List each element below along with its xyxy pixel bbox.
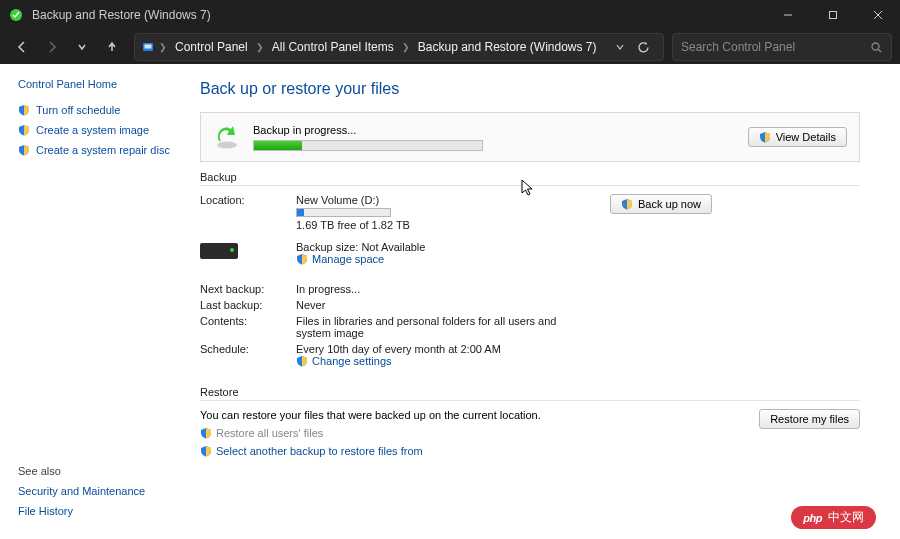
restore-my-files-button[interactable]: Restore my files <box>759 409 860 429</box>
select-another-backup-link[interactable]: Select another backup to restore files f… <box>200 445 739 457</box>
close-button[interactable] <box>855 0 900 30</box>
chevron-right-icon: ❯ <box>159 42 167 52</box>
restore-description: You can restore your files that were bac… <box>200 409 739 421</box>
recent-locations-button[interactable] <box>68 33 96 61</box>
task-create-repair-disc[interactable]: Create a system repair disc <box>18 144 180 156</box>
task-create-system-image[interactable]: Create a system image <box>18 124 180 136</box>
shield-icon <box>18 144 30 156</box>
shield-icon <box>759 131 771 143</box>
disk-drive-icon <box>200 243 238 259</box>
task-turn-off-schedule[interactable]: Turn off schedule <box>18 104 180 116</box>
chevron-right-icon: ❯ <box>256 42 264 52</box>
page-title: Back up or restore your files <box>200 80 860 98</box>
search-input[interactable]: Search Control Panel <box>672 33 892 61</box>
chevron-down-icon[interactable] <box>615 42 625 52</box>
backup-progress-bar <box>253 140 483 151</box>
schedule-key: Schedule: <box>200 343 290 355</box>
titlebar: Backup and Restore (Windows 7) <box>0 0 900 30</box>
breadcrumb[interactable]: All Control Panel Items <box>268 38 398 56</box>
watermark-text: 中文网 <box>828 509 864 526</box>
svg-point-9 <box>217 142 237 149</box>
shield-icon <box>18 124 30 136</box>
button-label: View Details <box>776 131 836 143</box>
svg-point-7 <box>872 43 879 50</box>
search-icon <box>870 41 883 54</box>
backup-progress-icon <box>213 123 241 151</box>
shield-icon <box>296 253 308 265</box>
button-label: Restore my files <box>770 413 849 425</box>
backup-progress-panel: Backup in progress... View Details <box>200 112 860 162</box>
app-icon <box>8 7 24 23</box>
shield-icon <box>621 198 633 210</box>
watermark-logo: php <box>803 512 822 524</box>
shield-icon <box>296 355 308 367</box>
schedule-value: Every 10th day of every month at 2:00 AM <box>296 343 586 355</box>
next-backup-key: Next backup: <box>200 283 290 295</box>
maximize-button[interactable] <box>810 0 855 30</box>
location-value: New Volume (D:) <box>296 194 586 206</box>
see-also-security-maintenance[interactable]: Security and Maintenance <box>18 485 145 497</box>
control-panel-icon <box>141 40 155 54</box>
search-placeholder: Search Control Panel <box>681 40 870 54</box>
main-content: Back up or restore your files Backup in … <box>190 64 900 539</box>
control-panel-home-link[interactable]: Control Panel Home <box>18 78 180 90</box>
restore-section-header: Restore <box>200 383 860 401</box>
link-label: Manage space <box>312 253 384 265</box>
shield-icon <box>200 427 212 439</box>
up-button[interactable] <box>98 33 126 61</box>
backup-section-header: Backup <box>200 168 860 186</box>
location-key: Location: <box>200 194 290 206</box>
forward-button[interactable] <box>38 33 66 61</box>
backup-progress-label: Backup in progress... <box>253 124 736 136</box>
disk-usage-bar <box>296 208 391 217</box>
view-details-button[interactable]: View Details <box>748 127 847 147</box>
window-title: Backup and Restore (Windows 7) <box>32 8 765 22</box>
button-label: Back up now <box>638 198 701 210</box>
contents-key: Contents: <box>200 315 290 327</box>
see-also-file-history[interactable]: File History <box>18 505 145 517</box>
svg-rect-2 <box>829 12 836 19</box>
manage-space-link[interactable]: Manage space <box>296 253 384 265</box>
breadcrumb[interactable]: Backup and Restore (Windows 7) <box>414 38 601 56</box>
link-label: Restore all users' files <box>216 427 323 439</box>
back-button[interactable] <box>8 33 36 61</box>
link-label: Select another backup to restore files f… <box>216 445 423 457</box>
task-label: Create a system repair disc <box>36 144 170 156</box>
left-nav: Control Panel Home Turn off schedule Cre… <box>0 64 190 539</box>
breadcrumb[interactable]: Control Panel <box>171 38 252 56</box>
restore-all-users-link[interactable]: Restore all users' files <box>200 427 739 439</box>
free-space-text: 1.69 TB free of 1.82 TB <box>296 219 586 231</box>
chevron-right-icon: ❯ <box>402 42 410 52</box>
minimize-button[interactable] <box>765 0 810 30</box>
back-up-now-button[interactable]: Back up now <box>610 194 712 214</box>
link-label: Change settings <box>312 355 392 367</box>
last-backup-value: Never <box>296 299 586 311</box>
backup-size-text: Backup size: Not Available <box>296 241 586 253</box>
next-backup-value: In progress... <box>296 283 586 295</box>
task-label: Turn off schedule <box>36 104 120 116</box>
see-also-header: See also <box>18 465 145 477</box>
svg-rect-6 <box>145 45 152 49</box>
change-settings-link[interactable]: Change settings <box>296 355 392 367</box>
last-backup-key: Last backup: <box>200 299 290 311</box>
task-label: Create a system image <box>36 124 149 136</box>
watermark: php 中文网 <box>791 506 876 529</box>
svg-line-8 <box>878 49 881 52</box>
shield-icon <box>18 104 30 116</box>
navbar: ❯ Control Panel ❯ All Control Panel Item… <box>0 30 900 64</box>
refresh-button[interactable] <box>629 33 657 61</box>
address-bar[interactable]: ❯ Control Panel ❯ All Control Panel Item… <box>134 33 664 61</box>
shield-icon <box>200 445 212 457</box>
contents-value: Files in libraries and personal folders … <box>296 315 586 339</box>
